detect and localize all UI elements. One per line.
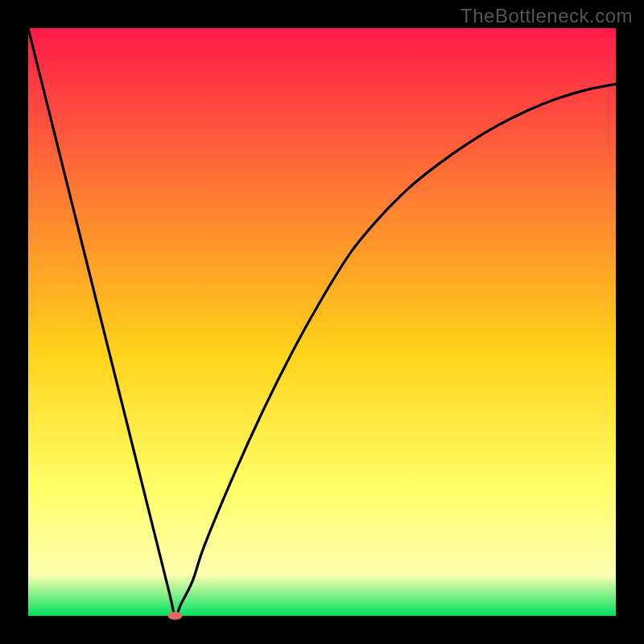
chart-frame: { "watermark": "TheBottleneck.com", "cha…	[0, 0, 644, 644]
watermark-text: TheBottleneck.com	[460, 5, 633, 27]
minimum-marker	[168, 612, 183, 620]
plot-background	[28, 28, 616, 616]
bottleneck-chart	[0, 0, 644, 644]
